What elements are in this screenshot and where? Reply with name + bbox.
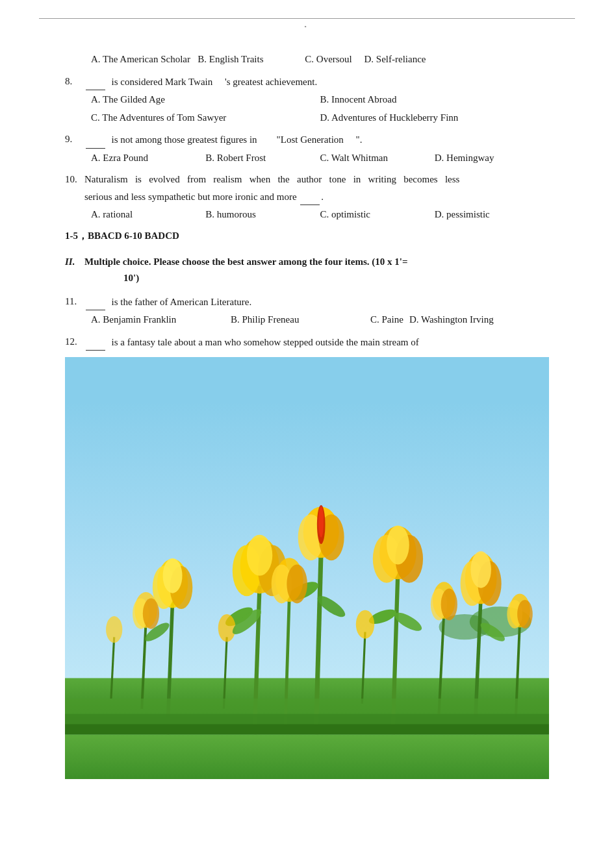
q10-opt-a: A. rational	[91, 206, 205, 223]
q9-text: is not among those greatest figures in "…	[84, 131, 549, 149]
question-12: 12. is a fantasy tale about a man who so…	[65, 334, 549, 351]
svg-point-27	[163, 558, 183, 593]
q11-blank	[86, 293, 105, 311]
q11-text: is the father of American Literature.	[84, 293, 549, 311]
question-9: 9. is not among those greatest figures i…	[65, 131, 549, 149]
q8-opt-a: A. The Gilded Age	[91, 92, 320, 108]
svg-point-52	[356, 610, 374, 639]
svg-rect-62	[65, 724, 549, 734]
q9-num: 9.	[65, 131, 84, 148]
page-container: 。 A. The American Scholar B. English Tra…	[0, 18, 614, 868]
q8-blank	[86, 73, 105, 91]
prev-question-options: A. The American Scholar B. English Trait…	[91, 51, 549, 68]
q8-opt-d: D. Adventures of Huckleberry Finn	[320, 110, 550, 127]
content-area: A. The American Scholar B. English Trait…	[0, 29, 614, 792]
svg-point-22	[387, 526, 409, 565]
q9-opt-b: B. Robert Frost	[205, 150, 320, 167]
q12-blank	[86, 334, 105, 351]
svg-point-9	[247, 535, 272, 576]
q8-options: A. The Gilded Age B. Innocent Abroad	[91, 92, 549, 108]
answers-section: 1-5，BBACD 6-10 BADCD	[65, 230, 549, 242]
q8-opt-c: C. The Adventures of Tom Sawyer	[91, 110, 320, 127]
question-11: 11. is the father of American Literature…	[65, 293, 549, 311]
q8-text: is considered Mark Twain 's greatest ach…	[84, 73, 549, 91]
q11-opt-a: A. Benjamin Franklin	[91, 312, 231, 329]
svg-point-36	[287, 564, 307, 603]
section-ii-label: Multiple choice. Please choose the best …	[84, 254, 549, 287]
svg-point-50	[106, 616, 122, 643]
svg-point-44	[441, 589, 457, 621]
q11-opt-b: B. Philip Freneau	[231, 312, 370, 329]
q9-opt-c: C. Walt Whitman	[320, 150, 435, 167]
answers-text: 1-5，BBACD 6-10 BADCD	[65, 230, 179, 241]
q8-opt-b: B. Innocent Abroad	[320, 92, 550, 108]
section-ii-points: 10')	[84, 273, 139, 283]
q11-opt-c: C. Paine	[370, 312, 409, 329]
q10-num: 10.	[65, 171, 84, 188]
q9-opt-d: D. Hemingway	[435, 150, 549, 167]
q10-text: Naturalism is evolved from realism when …	[84, 171, 549, 205]
q10-opt-d: D. pessimistic	[435, 206, 549, 223]
q10-blank	[300, 188, 320, 206]
q8-num: 8.	[65, 73, 84, 90]
section-ii-title: Multiple choice. Please choose the best …	[84, 256, 408, 267]
tulip-image	[65, 357, 549, 779]
tulip-svg	[65, 357, 549, 779]
q10-opt-c: C. optimistic	[320, 206, 435, 223]
q9-blank	[86, 131, 105, 149]
page-dot: 。	[0, 20, 614, 29]
svg-point-48	[517, 600, 533, 628]
q8-options-2: C. The Adventures of Tom Sawyer D. Adven…	[91, 110, 549, 127]
svg-point-16	[318, 506, 324, 537]
q12-num: 12.	[65, 334, 84, 351]
section-ii-header: II. Multiple choice. Please choose the b…	[65, 254, 549, 287]
q11-opt-d: D. Washington Irving	[409, 312, 549, 329]
svg-point-40	[143, 599, 159, 629]
q9-options: A. Ezra Pound B. Robert Frost C. Walt Wh…	[91, 150, 549, 167]
q11-options: A. Benjamin Franklin B. Philip Freneau C…	[91, 312, 549, 329]
q10-options: A. rational B. humorous C. optimistic D.…	[91, 206, 549, 223]
question-10: 10. Naturalism is evolved from realism w…	[65, 171, 549, 205]
svg-point-54	[218, 614, 236, 642]
question-8: 8. is considered Mark Twain 's greatest …	[65, 73, 549, 91]
section-ii-num: II.	[65, 254, 84, 271]
q9-opt-a: A. Ezra Pound	[91, 150, 205, 167]
q10-opt-b: B. humorous	[205, 206, 320, 223]
top-rule	[39, 18, 575, 19]
svg-point-32	[470, 551, 491, 588]
q11-num: 11.	[65, 293, 84, 310]
q12-text: is a fantasy tale about a man who someho…	[84, 334, 549, 351]
